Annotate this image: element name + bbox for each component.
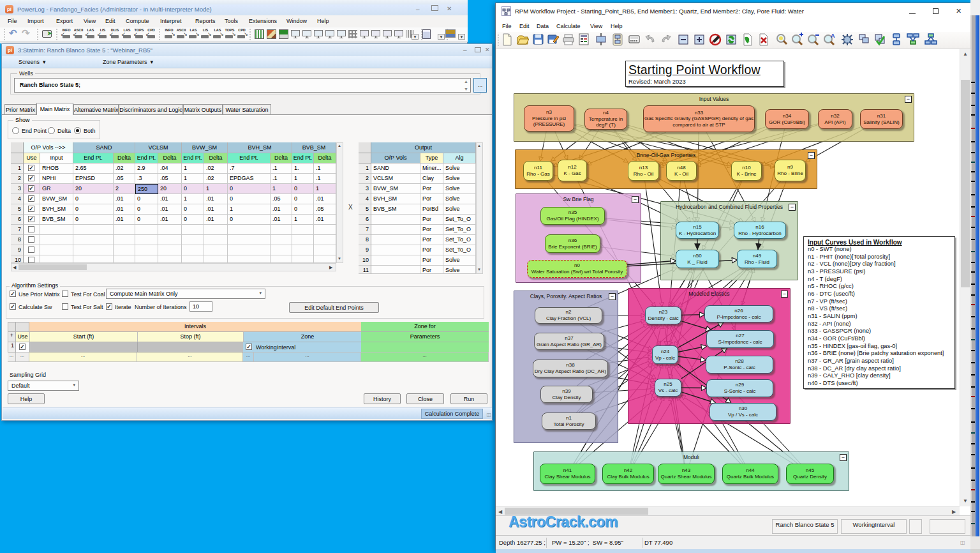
svg-text:A: A [831, 33, 835, 39]
